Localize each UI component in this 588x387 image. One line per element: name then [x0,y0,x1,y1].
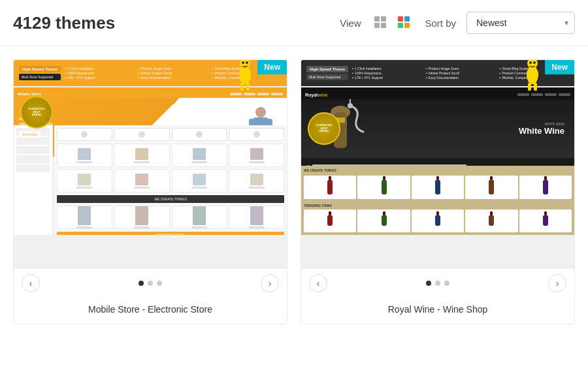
ws-nav-item [517,93,529,96]
top-banner-mobile-store: High Speed Theme Multi Store Supported 1… [14,60,287,86]
ms-nav-item [244,93,255,95]
top-banner-royal-wine: High Speed Theme Multi Store Supported 1… [301,60,574,86]
ws-hero-section: WHITE WINE White Wine GUARANTEEBESTBRAND [301,99,574,158]
theme-preview-royal-wine: New High Speed Theme Multi Store Support… [301,60,574,298]
svg-rect-4 [398,16,403,22]
ws-trending-product [304,209,356,233]
ws-wine-product [357,176,410,199]
header-controls: View Sort by [340,12,575,34]
ms-product [172,169,227,193]
ms-nav-item [271,93,283,95]
ws-trending-bottle [489,215,494,226]
ms-dot-2[interactable] [148,281,153,286]
ws-bottle-3 [435,180,440,194]
badge-new-mobile-store: New [257,60,287,74]
ms-product-grid [57,144,284,193]
colored-grid-view-button[interactable] [395,13,414,33]
wine-feature-1: 1 Click Installation. [352,67,422,70]
ms-prev-arrow[interactable]: ‹ [22,274,40,292]
ws-trending-bottle [543,215,548,226]
ws-guarantee-badge: GUARANTEEBESTBRAND [308,112,340,145]
ms-product [229,169,284,193]
theme-count: 4129 themes [13,13,340,33]
ws-trending-product [357,209,410,233]
wine-dot-3[interactable] [444,281,449,286]
wine-theme-title: Royal Wine - Wine Shop [301,298,574,324]
wine-dot-1[interactable] [426,281,431,286]
feature-1: 1 Click Installation. [65,67,135,70]
ms-theme-title: Mobile Store - Electronic Store [14,298,287,324]
theme-preview-mobile-store: New High Speed Theme Multi Store Support… [14,60,287,298]
themes-grid: New High Speed Theme Multi Store Support… [0,46,588,337]
badge-new-royal-wine: New [545,60,574,74]
feature-2: 100% Responsive. [65,71,135,75]
ws-nav-item [545,93,557,96]
colored-grid-icon [397,16,412,30]
wine-preview-inner: New High Speed Theme Multi Store Support… [301,60,574,269]
ms-trending-banner: TRENDING ITEMS [57,232,284,235]
svg-rect-3 [381,23,386,28]
ws-hero-text-container: WHITE WINE White Wine [519,122,564,136]
ws-product-grid [304,176,572,199]
view-toggle [371,13,414,33]
ws-bottle-5 [543,180,548,194]
ws-trending-grid [304,209,572,233]
ms-category [57,128,112,141]
ms-product [229,206,284,229]
grid-view-button[interactable] [371,13,391,33]
ws-wine-product [304,176,356,199]
svg-rect-0 [374,16,380,22]
ms-nav-item [230,93,242,95]
ws-trending-bottle [435,215,440,226]
wine-prev-arrow[interactable]: ‹ [309,274,327,292]
ms-dot-1[interactable] [139,281,144,286]
mascot-mobile-store [236,60,254,89]
ms-guarantee-text: GUARANTEEBESTBRAND [28,108,44,117]
ws-wine-product [465,176,517,199]
ms-product [114,144,170,167]
sort-select[interactable]: Newest Oldest Popular Price: Low to High… [466,12,575,34]
svg-point-16 [255,107,266,117]
ms-sidebar-item [16,155,50,163]
ws-trending-bottle [327,215,333,226]
ws-section-title: WE CREATE THINGS [304,168,572,172]
feature-6: Easy Documentation [139,76,208,80]
ws-trending-product [519,209,572,233]
wine-next-arrow[interactable]: › [548,274,566,292]
svg-rect-27 [534,83,537,91]
ms-product [114,206,170,229]
wine-feature-6: Easy Documentation [426,76,496,80]
mascot-royal-wine [523,60,542,89]
svg-rect-5 [404,16,410,22]
ms-nav [230,93,283,95]
wine-carousel-controls: ‹ › [301,269,574,298]
wine-feature-5: Infinite Product Scroll [426,71,496,75]
ms-nav-item [257,93,269,95]
ws-trending-bottle [382,215,387,226]
ws-wine-product [519,176,572,199]
ms-carousel-dots [139,281,162,286]
ms-next-arrow[interactable]: › [261,274,279,292]
svg-rect-2 [374,23,380,28]
wine-dot-2[interactable] [435,281,440,286]
ms-dot-3[interactable] [157,281,162,286]
sort-wrapper: Newest Oldest Popular Price: Low to High… [466,12,575,34]
svg-rect-1 [381,16,386,22]
svg-point-15 [246,61,248,64]
theme-card-royal-wine: New High Speed Theme Multi Store Support… [301,59,575,324]
wine-multistore-badge: Multi Store Supported [306,74,348,80]
ws-bottle-2 [382,180,387,194]
ms-category [172,128,227,141]
ws-lower-section: WE CREATE THINGS [301,166,574,235]
svg-rect-26 [528,83,531,91]
ms-sidebar-item [16,164,50,172]
wine-high-speed-badge: High Speed Theme [306,66,348,72]
page-header: 4129 themes View Sort by [0,0,588,46]
ms-product [229,144,284,167]
ms-hero-button[interactable]: Shop Now [19,131,41,138]
ms-main-content: WE CREATE THINGS [54,125,287,235]
ms-category [229,128,284,141]
theme-card-mobile-store: New High Speed Theme Multi Store Support… [13,59,287,324]
svg-point-28 [529,61,532,64]
svg-rect-13 [246,83,250,91]
